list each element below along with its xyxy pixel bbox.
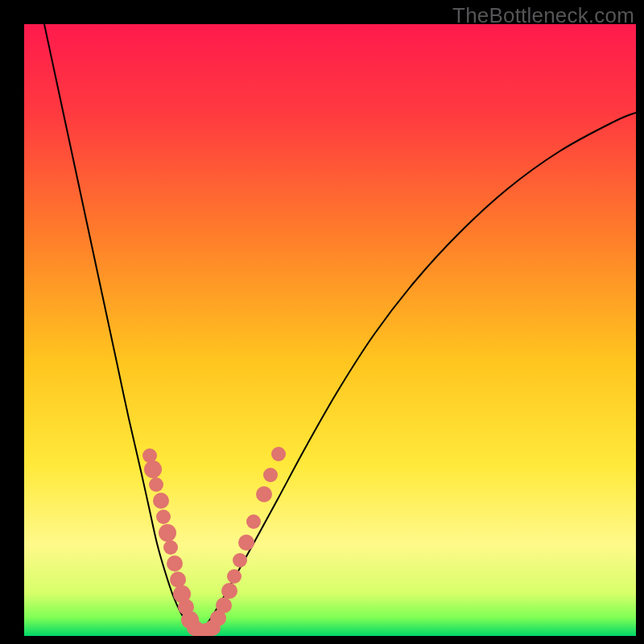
marker-group — [142, 447, 286, 636]
data-marker — [153, 493, 169, 509]
data-marker — [167, 555, 183, 572]
data-marker — [227, 569, 242, 584]
bottleneck-curve — [24, 24, 636, 636]
curve-right-branch — [197, 113, 636, 634]
data-marker — [221, 583, 237, 599]
data-marker — [233, 553, 247, 568]
data-marker — [271, 447, 286, 461]
data-marker — [144, 460, 162, 478]
data-marker — [170, 572, 186, 588]
data-marker — [238, 535, 254, 551]
plot-area — [24, 24, 636, 636]
data-marker — [163, 540, 178, 555]
data-marker — [263, 468, 278, 482]
data-marker — [159, 524, 176, 542]
data-marker — [246, 514, 261, 529]
chart-frame: TheBottleneck.com — [0, 0, 644, 644]
data-marker — [149, 477, 163, 492]
data-marker — [256, 486, 272, 502]
data-marker — [156, 510, 171, 524]
data-marker — [216, 597, 232, 613]
